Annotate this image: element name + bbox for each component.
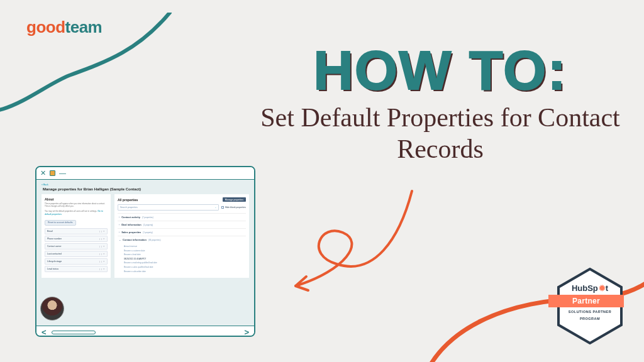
- prev-arrow-icon[interactable]: <: [42, 327, 47, 337]
- headline-subtitle: Set Default Properties for Contact Recor…: [258, 102, 623, 165]
- about-heading: About: [45, 197, 108, 201]
- brand-logo: goodteam: [26, 18, 102, 37]
- about-note: You may set the default properties all u…: [45, 210, 108, 216]
- presenter-avatar: [40, 297, 64, 321]
- property-group-expanded[interactable]: ⌄Contact information(84 properties): [118, 236, 246, 243]
- manage-properties-button[interactable]: Manage properties: [223, 197, 246, 202]
- sprocket-icon: ✹: [599, 283, 606, 293]
- reset-button[interactable]: Reset to account defaults: [45, 220, 76, 226]
- property-item[interactable]: Lifecycle stage⋮⋮ ✕: [45, 258, 108, 265]
- property-group[interactable]: ›Sales properties(1 property): [118, 228, 246, 236]
- badge-partner-label: Partner: [548, 295, 624, 307]
- next-arrow-icon[interactable]: >: [244, 327, 249, 337]
- scrubber-track[interactable]: [52, 331, 240, 334]
- hide-blank-checkbox[interactable]: Hide blank properties: [221, 206, 246, 209]
- property-field: Became a sales qualified lead date: [124, 265, 246, 270]
- headline-howto: HOW TO:: [258, 44, 623, 97]
- property-value: 08/23/2021 10:46 AM PDT: [124, 257, 246, 261]
- screenshot-window: ✕ — < Back Manage properties for Brian H…: [35, 166, 255, 337]
- property-item[interactable]: Phone number⋮⋮ ✕: [45, 236, 108, 242]
- badge-program-line2: PROGRAM: [580, 317, 600, 321]
- back-link[interactable]: < Back: [42, 184, 249, 186]
- all-properties-panel: All properties Manage properties Search …: [114, 194, 249, 278]
- badge-program-line1: SOLUTIONS PARTNER: [569, 310, 611, 314]
- about-description: These properties will appear when you vi…: [45, 203, 108, 208]
- partner-badge: HubSp✹t Partner SOLUTIONS PARTNER PROGRA…: [556, 268, 624, 344]
- property-item[interactable]: Last contacted⋮⋮ ✕: [45, 251, 108, 257]
- brand-logo-part1: good: [26, 18, 65, 36]
- property-group[interactable]: ›Contact activity(7 properties): [118, 213, 246, 221]
- about-panel: About These properties will appear when …: [42, 194, 111, 278]
- property-field: Became a lead date: [124, 253, 246, 257]
- all-properties-heading: All properties: [118, 198, 138, 202]
- page-title: Manage properties for Brian Halligan (Sa…: [42, 187, 249, 191]
- screenshot-body: < Back Manage properties for Brian Halli…: [36, 180, 254, 326]
- window-icon: [50, 170, 55, 176]
- chevron-right-icon: ›: [119, 231, 119, 234]
- badge-brand: HubSp✹t: [572, 283, 608, 293]
- property-item[interactable]: Email⋮⋮ ✕: [45, 228, 108, 234]
- search-input[interactable]: Search properties ⌕: [118, 204, 219, 211]
- scrubber-pill[interactable]: [52, 331, 96, 334]
- arrow-illustration: [248, 189, 437, 314]
- property-item[interactable]: Lead status⋮⋮ ✕: [45, 266, 108, 272]
- headline: HOW TO: Set Default Properties for Conta…: [258, 44, 623, 165]
- property-group[interactable]: ›Deal information(1 property): [118, 221, 246, 228]
- property-field: Became a marketing qualified lead date: [124, 261, 246, 265]
- search-icon: ⌕: [215, 206, 216, 209]
- minimize-icon[interactable]: —: [59, 170, 66, 177]
- chevron-right-icon: ›: [119, 224, 119, 226]
- window-titlebar: ✕ —: [36, 167, 254, 180]
- property-field: Became a customer date: [124, 249, 246, 253]
- brand-logo-part2: team: [65, 18, 103, 36]
- chevron-right-icon: ›: [119, 216, 119, 219]
- property-item[interactable]: Contact owner⋮⋮ ✕: [45, 243, 108, 250]
- close-icon[interactable]: ✕: [40, 170, 46, 177]
- property-field: Annual revenue: [124, 244, 246, 249]
- property-field: Became a subscriber date: [124, 270, 246, 274]
- window-navbar: < >: [36, 326, 254, 337]
- chevron-down-icon: ⌄: [119, 239, 121, 241]
- expanded-properties: Annual revenue Became a customer date Be…: [118, 243, 246, 275]
